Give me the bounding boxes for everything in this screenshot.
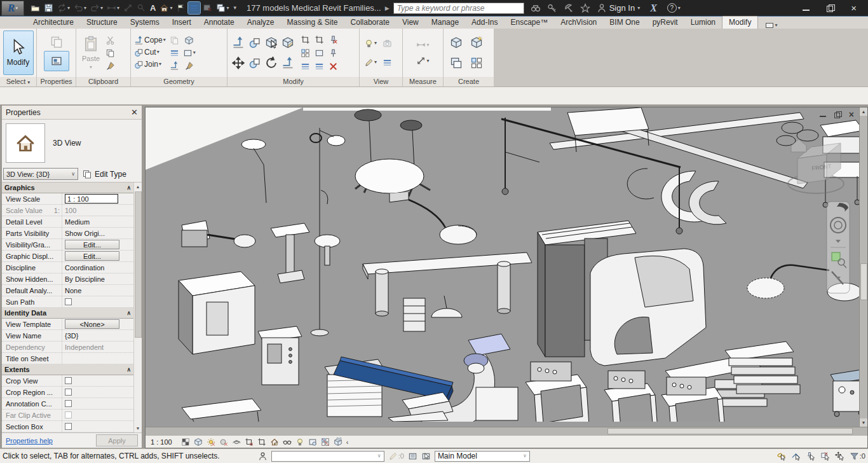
apply-coping-icon[interactable] <box>169 35 180 46</box>
tab-architecture[interactable]: Architecture <box>27 17 80 29</box>
scale-icon[interactable] <box>314 48 325 59</box>
tab-structure[interactable]: Structure <box>80 17 124 29</box>
worksets-icon[interactable] <box>258 452 268 461</box>
mirror-draw-axis-icon[interactable] <box>281 36 294 49</box>
create-parts-icon[interactable] <box>470 57 483 69</box>
worksets-dropdown[interactable]: ∨ <box>271 451 384 462</box>
unjoin-geometry-icon[interactable]: ▾ <box>182 48 196 59</box>
view-minimize-icon[interactable] <box>820 111 827 118</box>
restore-button[interactable] <box>827 4 834 12</box>
search-input[interactable] <box>393 3 524 14</box>
mirror-pick-axis-icon[interactable] <box>265 36 278 49</box>
properties-help-link[interactable]: Properties help <box>6 437 53 445</box>
highlight-displacement-sets-icon[interactable] <box>334 438 342 446</box>
crop-view-icon[interactable] <box>245 438 254 446</box>
tab-analyze[interactable]: Analyze <box>241 17 281 29</box>
rotate-icon[interactable] <box>265 57 278 69</box>
property-row[interactable]: Graphic Displ... Edit... <box>2 251 133 262</box>
navigation-bar[interactable] <box>827 202 850 293</box>
ribbon-display-toggle[interactable]: ▾ <box>763 22 780 29</box>
paint-icon[interactable] <box>184 35 194 46</box>
show-rendering-dialog-icon[interactable] <box>232 438 241 446</box>
property-row[interactable]: Discipline Coordination <box>2 262 133 273</box>
tab-annotate[interactable]: Annotate <box>198 17 241 29</box>
close-icon[interactable]: ✕ <box>131 107 138 117</box>
crop-region-visible-checkbox[interactable] <box>65 389 72 396</box>
default-3d-view-button[interactable]: ▾ <box>158 2 173 14</box>
temporary-view-properties-icon[interactable] <box>308 438 317 446</box>
cope-button[interactable]: Cope▾ <box>133 35 166 46</box>
shadows-icon[interactable] <box>219 438 228 446</box>
redo-button[interactable]: ▾ <box>89 2 104 14</box>
offset-icon[interactable] <box>248 36 261 49</box>
cut-geometry-button[interactable]: Cut▾ <box>133 47 166 58</box>
show-analytical-model-icon[interactable] <box>321 438 330 446</box>
property-row[interactable]: Visibility/Gra... Edit... <box>2 239 133 251</box>
property-row[interactable]: Parts Visibility Show Origi... <box>2 228 133 239</box>
property-row[interactable]: Default Analy... None <box>2 285 133 296</box>
show-crop-region-icon[interactable] <box>257 438 266 446</box>
drag-elements-on-selection-icon[interactable] <box>835 452 844 461</box>
array-icon[interactable] <box>300 48 311 59</box>
tab-enscape[interactable]: Enscape™ <box>504 17 554 29</box>
editing-requests-icon[interactable]: :0 <box>388 452 404 461</box>
save-button[interactable] <box>43 2 55 14</box>
wall-joins-icon[interactable] <box>169 60 180 71</box>
match-type-properties-icon[interactable] <box>105 60 116 71</box>
active-only-icon[interactable] <box>421 452 431 461</box>
delete-icon[interactable] <box>328 61 339 72</box>
measure-between-references-icon[interactable]: ▾ <box>416 55 430 66</box>
section-button[interactable] <box>175 2 187 14</box>
create-group-icon[interactable] <box>450 36 463 49</box>
vertical-scrollbar-thumb[interactable] <box>860 263 867 300</box>
sun-path-checkbox[interactable] <box>65 298 72 305</box>
property-row[interactable]: Sun Path <box>2 296 133 308</box>
close-hidden-windows-button[interactable] <box>201 2 214 14</box>
modify-tool-button[interactable]: Modify <box>3 31 34 75</box>
crop-view-checkbox[interactable] <box>65 377 72 384</box>
cutaway-icon[interactable] <box>382 57 393 68</box>
camera-icon[interactable] <box>382 38 393 49</box>
family-types-icon[interactable] <box>50 35 64 49</box>
tab-systems[interactable]: Systems <box>124 17 166 29</box>
property-row[interactable]: Section Box <box>2 421 133 432</box>
tab-bim-one[interactable]: BIM One <box>603 17 646 29</box>
property-row[interactable]: Annotation C... <box>2 398 133 410</box>
pin-icon[interactable] <box>328 48 339 59</box>
property-row[interactable]: View Name {3D} <box>2 330 133 342</box>
property-row[interactable]: View Scale 1 : 100 <box>2 193 133 205</box>
minimize-button[interactable] <box>803 4 810 12</box>
tab-massing-site[interactable]: Massing & Site <box>281 17 344 29</box>
trim-extend-single-icon[interactable] <box>300 61 311 72</box>
demolish-hammer-icon[interactable] <box>184 60 194 71</box>
beam-column-joins-icon[interactable] <box>169 48 180 59</box>
search-icon[interactable] <box>531 3 541 13</box>
move-icon[interactable] <box>232 57 245 69</box>
detail-level-icon[interactable] <box>181 438 190 446</box>
reveal-hidden-elements-icon[interactable] <box>295 438 304 446</box>
apply-button[interactable]: Apply <box>96 434 138 446</box>
select-elements-by-face-icon[interactable] <box>820 452 830 461</box>
view-scale-control[interactable]: 1 : 100 <box>151 438 172 446</box>
section-header-graphics[interactable]: Graphics∧ <box>2 183 133 193</box>
design-options-icon[interactable] <box>408 452 417 461</box>
aligned-dimension-button[interactable] <box>122 2 134 14</box>
split-element-icon[interactable] <box>300 34 311 45</box>
graphic-display-edit-button[interactable]: Edit... <box>65 251 119 261</box>
trim-extend-corner-icon[interactable] <box>281 57 294 69</box>
panel-select-label[interactable]: Select ▾ <box>0 77 36 86</box>
collapse-arrow-icon[interactable]: ‹ <box>346 438 349 446</box>
tab-collaborate[interactable]: Collaborate <box>344 17 396 29</box>
key-icon[interactable] <box>547 3 557 13</box>
close-button[interactable]: × <box>851 4 857 12</box>
visibility-graphics-edit-button[interactable]: Edit... <box>65 240 119 249</box>
lightbulb-icon[interactable]: ▾ <box>363 38 377 49</box>
copy-icon[interactable] <box>248 57 261 69</box>
sign-in-button[interactable]: Sign In ▾ <box>597 3 641 13</box>
select-links-icon[interactable] <box>776 452 786 461</box>
application-menu-button[interactable]: R▾ <box>1 1 24 16</box>
tab-pyrevit[interactable]: pyRevit <box>646 17 684 29</box>
property-row[interactable]: Detail Level Medium <box>2 216 133 228</box>
properties-palette-toggle[interactable] <box>44 51 69 71</box>
customize-qat-button[interactable]: ▾ <box>231 4 238 12</box>
